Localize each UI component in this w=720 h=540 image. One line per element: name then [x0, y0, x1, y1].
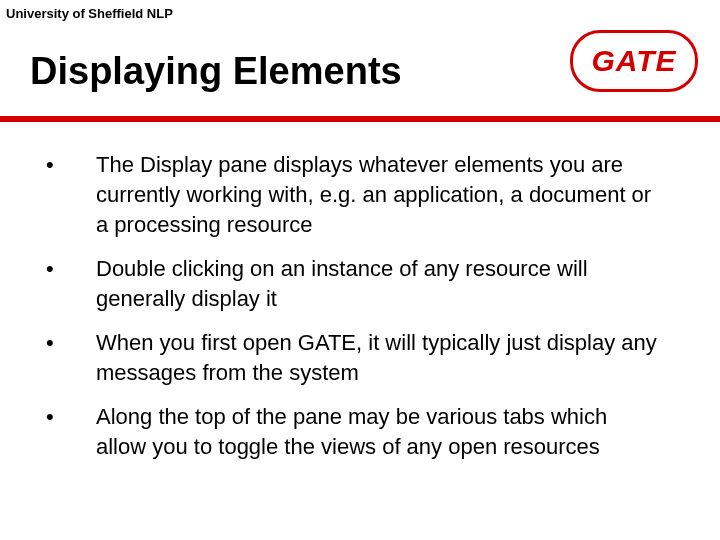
- header-org-label: University of Sheffield NLP: [6, 6, 173, 21]
- list-item: • When you first open GATE, it will typi…: [46, 328, 660, 388]
- gate-logo: GATE: [570, 30, 698, 92]
- divider: [0, 116, 720, 122]
- bullet-text: When you first open GATE, it will typica…: [96, 328, 660, 388]
- bullet-text: Double clicking on an instance of any re…: [96, 254, 660, 314]
- list-item: • Along the top of the pane may be vario…: [46, 402, 660, 462]
- bullet-icon: •: [46, 328, 96, 358]
- bullet-icon: •: [46, 254, 96, 284]
- bullet-text: The Display pane displays whatever eleme…: [96, 150, 660, 240]
- slide: University of Sheffield NLP GATE Display…: [0, 0, 720, 540]
- bullet-icon: •: [46, 402, 96, 432]
- bullet-list: • The Display pane displays whatever ele…: [46, 150, 660, 476]
- bullet-icon: •: [46, 150, 96, 180]
- list-item: • Double clicking on an instance of any …: [46, 254, 660, 314]
- gate-logo-text: GATE: [591, 44, 676, 78]
- slide-title: Displaying Elements: [30, 50, 402, 93]
- bullet-text: Along the top of the pane may be various…: [96, 402, 660, 462]
- list-item: • The Display pane displays whatever ele…: [46, 150, 660, 240]
